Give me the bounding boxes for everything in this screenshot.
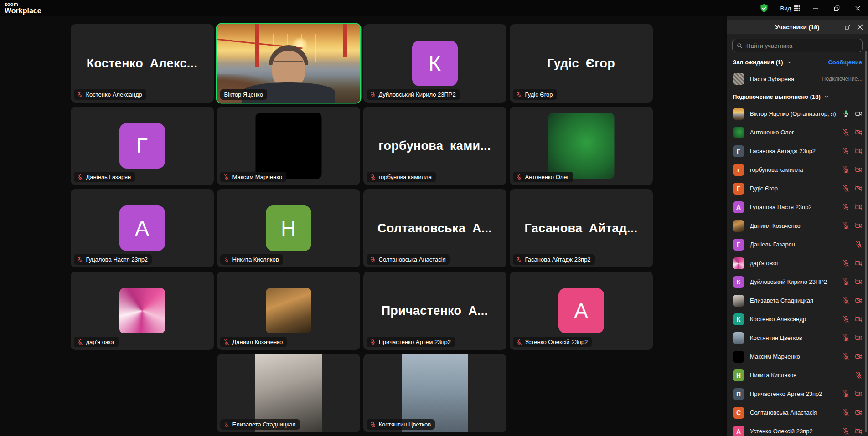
mic-muted-icon xyxy=(370,256,376,263)
participant-row[interactable]: Костянтин Цветков xyxy=(727,328,868,347)
grid-view-icon xyxy=(794,5,801,12)
video-tile[interactable]: Елизавета Стадницкая xyxy=(217,354,360,432)
avatar: Г xyxy=(733,183,744,195)
camera-status-icon xyxy=(855,147,863,155)
panel-scrollbar[interactable] xyxy=(865,51,867,432)
video-stage: Костенко Алекс... Костенко Александр Вік… xyxy=(0,16,723,436)
avatar: К xyxy=(733,276,744,288)
avatar xyxy=(733,127,744,138)
tile-name-label: Даніель Газарян xyxy=(74,172,135,182)
close-panel-icon[interactable] xyxy=(857,24,863,31)
participant-row[interactable]: Г Гасанова Айтадж 23пр2 xyxy=(727,142,868,160)
participant-row[interactable]: г горбунова камилла xyxy=(727,160,868,179)
participant-row[interactable]: Даниил Козаченко xyxy=(727,216,868,235)
participant-av-status xyxy=(855,371,863,379)
video-tile[interactable]: горбунова ками... горбунова камилла xyxy=(363,107,506,185)
avatar: Н xyxy=(266,205,311,251)
avatar-image xyxy=(119,288,165,333)
participant-row[interactable]: Н Никита Кисляков xyxy=(727,366,868,385)
search-participant-input[interactable] xyxy=(745,42,858,50)
participant-row[interactable]: Г Гудіс Єгор xyxy=(727,179,868,198)
mic-muted-icon xyxy=(223,421,230,428)
video-grid-row: Елизавета Стадницкая Костянтин Цветков xyxy=(71,354,653,432)
participant-name: Даніель Газарян xyxy=(750,241,795,248)
video-tile[interactable]: Віктор Яценко xyxy=(217,24,360,103)
mic-muted-icon xyxy=(516,92,522,98)
video-tile[interactable]: Гасанова Айтад... Гасанова Айтадж 23пр2 xyxy=(510,189,653,267)
participant-row[interactable]: С Солтановська Анастасія xyxy=(727,403,868,422)
participant-row[interactable]: Максим Марченко xyxy=(727,347,868,366)
message-link[interactable]: Сообщение xyxy=(828,59,862,66)
avatar-image xyxy=(548,113,614,179)
mic-muted-icon xyxy=(370,421,376,428)
avatar xyxy=(733,73,744,85)
mic-status-icon xyxy=(842,390,850,398)
participant-name: Дуйловський Кирило 23ПР2 xyxy=(750,278,827,285)
participant-row[interactable]: Антоненко Олег xyxy=(727,123,868,142)
view-menu-button[interactable]: Вид xyxy=(775,0,805,16)
participant-row[interactable]: Елизавета Стадницкая xyxy=(727,291,868,310)
mic-muted-icon xyxy=(223,256,230,263)
participant-row[interactable]: К Костенко Александр xyxy=(727,310,868,328)
participant-name: Даниил Козаченко xyxy=(750,222,801,229)
mic-status-icon xyxy=(842,409,850,416)
video-tile[interactable]: А Устенко Олексій 23пр2 xyxy=(510,272,653,350)
video-tile[interactable]: дар'я ожог xyxy=(71,272,214,350)
mic-status-icon xyxy=(842,297,850,304)
video-tile[interactable]: К Дуйловський Кирило 23ПР2 xyxy=(363,24,506,103)
participants-panel-header: Участники (18) xyxy=(727,20,868,34)
view-menu-label: Вид xyxy=(780,5,791,12)
video-tile[interactable]: Максим Марченко xyxy=(217,107,360,185)
participant-row[interactable]: Настя Зубарева Подключение... xyxy=(727,69,868,89)
video-tile[interactable]: Н Никита Кисляков xyxy=(217,189,360,267)
video-tile[interactable]: Костянтин Цветков xyxy=(363,354,506,432)
waiting-room-label: Зал ожидания (1) xyxy=(733,59,783,66)
tile-name-text: Гасанова Айтадж 23пр2 xyxy=(525,256,591,263)
participant-row[interactable]: дар'я ожог xyxy=(727,254,868,272)
camera-status-icon xyxy=(855,353,863,360)
mic-muted-icon xyxy=(516,174,522,180)
video-tile[interactable]: Солтановська А... Солтановська Анастасія xyxy=(363,189,506,267)
close-window-icon xyxy=(855,5,861,11)
minimize-button[interactable] xyxy=(805,0,826,16)
tile-name-text: Костянтин Цветков xyxy=(379,421,431,428)
video-tile[interactable]: Антоненко Олег xyxy=(510,107,653,185)
chevron-down-icon[interactable] xyxy=(787,60,792,65)
video-tile[interactable]: Гудіс Єгор Гудіс Єгор xyxy=(510,24,653,103)
tile-name-text: дар'я ожог xyxy=(86,339,115,345)
tile-name-label: Дуйловський Кирило 23ПР2 xyxy=(367,89,460,100)
connected-section-header[interactable]: Подключение выполнено (18) xyxy=(727,89,868,104)
tile-name-label: Солтановська Анастасія xyxy=(367,254,450,265)
tile-name-text: Даниил Козаченко xyxy=(232,339,283,345)
participant-row[interactable]: А Устенко Олексій 23пр2 xyxy=(727,422,868,436)
chevron-down-icon[interactable] xyxy=(824,94,829,99)
close-window-button[interactable] xyxy=(847,0,868,16)
avatar: А xyxy=(119,205,165,251)
tile-name-label: Елизавета Стадницкая xyxy=(220,419,300,430)
titlebar: zoom Workplace Вид xyxy=(0,0,868,16)
participant-row[interactable]: П Причастенко Артем 23пр2 xyxy=(727,385,868,403)
camera-status-icon xyxy=(855,278,863,286)
search-participant-box[interactable] xyxy=(732,39,863,52)
popout-panel-icon[interactable] xyxy=(844,24,851,31)
video-grid-row: Г Даніель Газарян Максим Марченко xyxy=(71,107,653,185)
participant-row[interactable]: А Гуцалова Настя 23пр2 xyxy=(727,198,868,216)
tile-name-label: Віктор Яценко xyxy=(220,89,267,100)
participant-row[interactable]: Віктор Яценко (Организатор, я) xyxy=(727,104,868,123)
video-tile[interactable]: Причастенко А... Причастенко Артем 23пр2 xyxy=(363,272,506,350)
video-tile[interactable]: Г Даніель Газарян xyxy=(71,107,214,185)
logo-zoom-text: zoom xyxy=(5,2,41,7)
participant-row[interactable]: К Дуйловський Кирило 23ПР2 xyxy=(727,272,868,291)
camera-status-icon xyxy=(855,390,863,398)
video-tile[interactable]: Даниил Козаченко xyxy=(217,272,360,350)
waiting-room-section-header[interactable]: Зал ожидания (1) Сообщение xyxy=(727,55,868,69)
participant-row[interactable]: Г Даніель Газарян xyxy=(727,235,868,254)
participant-av-status xyxy=(842,390,863,398)
avatar: Г xyxy=(733,239,744,251)
tile-name-text: Причастенко Артем 23пр2 xyxy=(379,339,451,345)
video-tile[interactable]: Костенко Алекс... Костенко Александр xyxy=(71,24,214,103)
avatar-image xyxy=(266,288,311,333)
restore-button[interactable] xyxy=(826,0,847,16)
video-tile[interactable]: А Гуцалова Настя 23пр2 xyxy=(71,189,214,267)
video-grid-row: А Гуцалова Настя 23пр2 Н Никита Кисляков xyxy=(71,189,653,267)
